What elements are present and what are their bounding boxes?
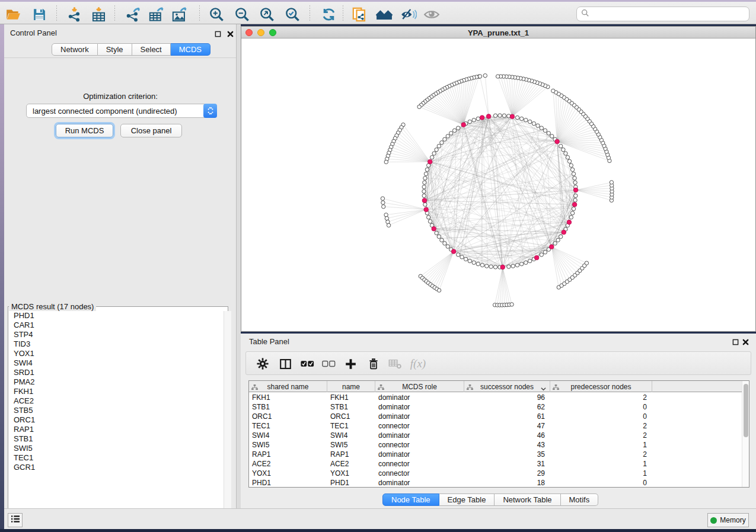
table-cell[interactable]: connector bbox=[375, 469, 464, 478]
network-node[interactable] bbox=[547, 132, 550, 135]
table-cell[interactable]: 0 bbox=[550, 402, 652, 412]
table-cell[interactable]: ACE2 bbox=[327, 459, 375, 469]
table-row[interactable]: SWI5SWI5connector431 bbox=[249, 440, 743, 450]
mcds-result-item[interactable]: FKH1 bbox=[8, 387, 221, 396]
search-field[interactable] bbox=[576, 7, 749, 21]
column-header-name[interactable]: name bbox=[327, 381, 375, 392]
save-session-icon[interactable] bbox=[31, 6, 47, 23]
network-node[interactable] bbox=[556, 238, 560, 242]
network-node[interactable] bbox=[485, 264, 489, 268]
table-cell[interactable]: PHD1 bbox=[327, 478, 375, 488]
table-cell[interactable]: 62 bbox=[464, 402, 550, 412]
search-input[interactable] bbox=[592, 10, 749, 18]
network-node[interactable] bbox=[480, 263, 484, 267]
mcds-result-item[interactable]: SWI5 bbox=[8, 444, 221, 453]
column-header-shared-name[interactable]: shared name bbox=[249, 381, 327, 392]
network-node[interactable] bbox=[382, 205, 385, 209]
table-cell[interactable]: dominator bbox=[375, 402, 464, 412]
network-node[interactable] bbox=[507, 265, 511, 268]
zoom-selected-icon[interactable] bbox=[284, 6, 301, 23]
open-session-icon[interactable] bbox=[5, 6, 21, 23]
network-node[interactable] bbox=[567, 159, 571, 163]
network-node[interactable] bbox=[610, 181, 613, 184]
network-node[interactable] bbox=[422, 185, 426, 188]
network-node[interactable] bbox=[566, 155, 569, 159]
tab-style[interactable]: Style bbox=[98, 43, 132, 56]
network-node[interactable] bbox=[432, 152, 436, 155]
run-mcds-button[interactable]: Run MCDS bbox=[56, 124, 113, 137]
table-cell[interactable]: RAP1 bbox=[327, 450, 375, 459]
table-cell[interactable] bbox=[652, 469, 743, 478]
mcds-result-item[interactable]: STB1 bbox=[8, 434, 221, 444]
deselect-all-rows-icon[interactable] bbox=[321, 356, 336, 371]
network-node[interactable] bbox=[387, 223, 390, 227]
network-node[interactable] bbox=[381, 197, 384, 200]
network-node[interactable] bbox=[437, 144, 441, 148]
table-cell[interactable]: 46 bbox=[464, 431, 550, 440]
network-node[interactable] bbox=[543, 129, 547, 132]
mcds-result-item[interactable]: CAR1 bbox=[8, 321, 221, 330]
table-row[interactable]: TEC1TEC1connector472 bbox=[249, 421, 743, 431]
network-node[interactable] bbox=[489, 265, 493, 268]
network-node[interactable] bbox=[502, 114, 506, 117]
table-cell[interactable]: connector bbox=[375, 440, 464, 450]
mcds-result-item[interactable]: STB5 bbox=[8, 406, 221, 415]
export-network-icon[interactable] bbox=[125, 6, 141, 23]
first-neighbors-icon[interactable] bbox=[376, 6, 393, 23]
tab-mcds[interactable]: MCDS bbox=[171, 43, 210, 56]
table-cell[interactable]: YOX1 bbox=[327, 469, 375, 478]
network-node[interactable] bbox=[562, 148, 565, 152]
table-cell[interactable]: TEC1 bbox=[249, 421, 327, 431]
table-cell[interactable]: connector bbox=[375, 421, 464, 431]
network-titlebar[interactable]: YPA_prune.txt_1 bbox=[241, 27, 755, 39]
table-cell[interactable]: 0 bbox=[550, 478, 652, 488]
network-node[interactable] bbox=[437, 289, 441, 292]
mcds-result-item[interactable]: PMA2 bbox=[8, 377, 221, 387]
network-node[interactable] bbox=[423, 181, 426, 184]
table-cell[interactable] bbox=[652, 393, 743, 402]
network-node[interactable] bbox=[424, 172, 428, 175]
table-cell[interactable]: 31 bbox=[464, 459, 550, 469]
network-node[interactable] bbox=[423, 203, 427, 206]
network-node[interactable] bbox=[493, 265, 497, 269]
network-node[interactable] bbox=[430, 155, 433, 159]
network-node[interactable] bbox=[551, 89, 555, 92]
network-node[interactable] bbox=[550, 134, 554, 138]
network-node[interactable] bbox=[585, 261, 588, 265]
network-node[interactable] bbox=[381, 201, 385, 204]
network-node[interactable] bbox=[524, 261, 528, 264]
network-node[interactable] bbox=[443, 242, 446, 245]
network-node[interactable] bbox=[464, 257, 467, 261]
network-node[interactable] bbox=[457, 253, 460, 257]
column-header-successor-nodes[interactable]: successor nodes bbox=[464, 381, 550, 392]
table-cell[interactable]: ORC1 bbox=[249, 412, 327, 421]
mcds-network-node[interactable] bbox=[573, 188, 578, 193]
mcds-network-node[interactable] bbox=[424, 207, 429, 212]
network-node[interactable] bbox=[478, 75, 481, 78]
network-node[interactable] bbox=[457, 126, 460, 130]
mcds-network-node[interactable] bbox=[562, 230, 566, 235]
network-node[interactable] bbox=[452, 129, 456, 132]
table-cell[interactable]: dominator bbox=[375, 450, 464, 459]
mcds-network-node[interactable] bbox=[428, 159, 432, 164]
table-cell[interactable] bbox=[652, 450, 743, 459]
table-cell[interactable]: RAP1 bbox=[249, 450, 327, 459]
table-cell[interactable]: ORC1 bbox=[327, 412, 375, 421]
panel-splitter[interactable] bbox=[237, 24, 241, 508]
table-cell[interactable] bbox=[652, 402, 743, 412]
mcds-result-item[interactable]: RAP1 bbox=[8, 425, 221, 434]
table-cell[interactable]: FKH1 bbox=[249, 393, 327, 402]
mcds-network-node[interactable] bbox=[555, 139, 560, 144]
tab-motifs[interactable]: Motifs bbox=[561, 493, 599, 506]
network-node[interactable] bbox=[572, 172, 575, 175]
table-cell[interactable]: 29 bbox=[464, 469, 550, 478]
network-node[interactable] bbox=[483, 73, 487, 77]
column-header-predecessor-nodes[interactable]: predecessor nodes bbox=[550, 381, 652, 392]
import-table-icon[interactable] bbox=[90, 6, 107, 23]
table-cell[interactable]: ACE2 bbox=[249, 459, 327, 469]
show-all-icon[interactable] bbox=[423, 6, 440, 23]
network-node[interactable] bbox=[570, 211, 574, 215]
network-node[interactable] bbox=[573, 181, 577, 184]
network-node[interactable] bbox=[553, 242, 557, 245]
mcds-network-node[interactable] bbox=[510, 114, 515, 119]
